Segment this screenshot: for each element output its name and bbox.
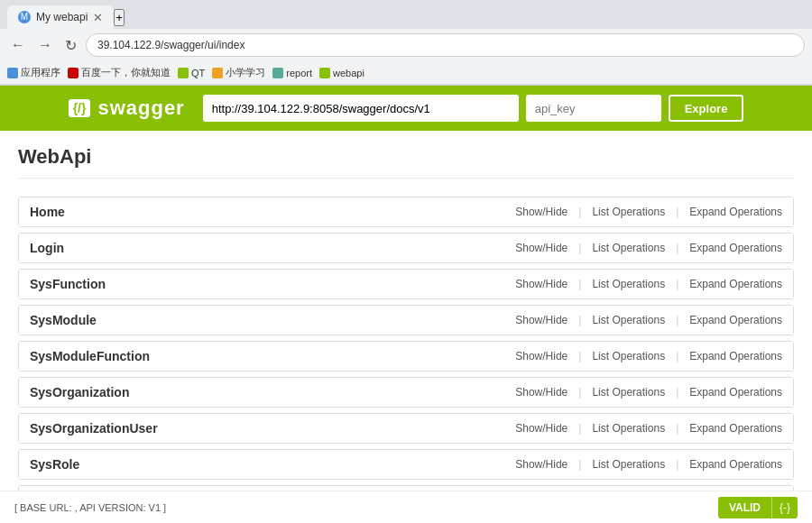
list-operations-link[interactable]: List Operations xyxy=(592,314,665,326)
list-operations-link[interactable]: List Operations xyxy=(592,386,665,399)
bookmark-label: webapi xyxy=(333,68,364,78)
expand-operations-link[interactable]: Expand Operations xyxy=(689,206,782,218)
bookmark-label: QT xyxy=(191,68,205,78)
browser-tab[interactable]: M My webapi ✕ xyxy=(7,5,114,29)
show-hide-link[interactable]: Show/Hide xyxy=(515,314,567,326)
show-hide-link[interactable]: Show/Hide xyxy=(515,422,567,435)
show-hide-link[interactable]: Show/Hide xyxy=(515,458,567,471)
bookmark-icon xyxy=(68,68,78,78)
show-hide-link[interactable]: Show/Hide xyxy=(515,386,567,399)
bookmark-label: 应用程序 xyxy=(21,66,60,79)
api-section-header[interactable]: SysModule Show/Hide | List Operations | … xyxy=(19,306,793,335)
swagger-logo-text: swagger xyxy=(97,96,184,120)
api-section-header[interactable]: Login Show/Hide | List Operations | Expa… xyxy=(19,234,793,262)
refresh-button[interactable]: ↻ xyxy=(61,37,80,54)
api-section: SysModule Show/Hide | List Operations | … xyxy=(18,305,794,335)
api-section-name: SysModuleFunction xyxy=(30,349,515,363)
bookmark-study[interactable]: 小学学习 xyxy=(212,66,265,79)
list-operations-link[interactable]: List Operations xyxy=(592,206,665,218)
api-section-name: SysRole xyxy=(30,457,515,472)
swagger-footer: [ BASE URL: , API VERSION: V1 ] VALID {-… xyxy=(0,491,812,523)
api-section-header[interactable]: SysFunction Show/Hide | List Operations … xyxy=(19,270,793,298)
api-section-header[interactable]: Home Show/Hide | List Operations | Expan… xyxy=(19,197,793,226)
separator: | xyxy=(578,206,581,218)
bookmark-icon xyxy=(7,68,18,78)
api-section-name: Home xyxy=(30,205,515,219)
show-hide-link[interactable]: Show/Hide xyxy=(515,206,567,218)
bookmark-label: report xyxy=(286,68,312,78)
swagger-url-input[interactable] xyxy=(203,95,519,122)
api-sections-list: Home Show/Hide | List Operations | Expan… xyxy=(18,197,794,523)
api-section: SysOrganization Show/Hide | List Operati… xyxy=(18,377,794,408)
list-operations-link[interactable]: List Operations xyxy=(592,278,665,290)
list-operations-link[interactable]: List Operations xyxy=(592,458,665,471)
bookmark-icon xyxy=(178,68,189,78)
bookmark-label: 百度一下，你就知道 xyxy=(81,66,171,79)
api-section-header[interactable]: SysOrganizationUser Show/Hide | List Ope… xyxy=(19,414,793,443)
forward-button[interactable]: → xyxy=(34,37,56,53)
bookmark-qt[interactable]: QT xyxy=(178,68,205,78)
api-section-actions: Show/Hide | List Operations | Expand Ope… xyxy=(515,386,782,399)
address-input[interactable] xyxy=(86,33,805,57)
expand-operations-link[interactable]: Expand Operations xyxy=(689,278,782,290)
back-button[interactable]: ← xyxy=(7,37,29,53)
tab-close-button[interactable]: ✕ xyxy=(93,11,103,24)
api-section-actions: Show/Hide | List Operations | Expand Ope… xyxy=(515,314,782,326)
api-section-header[interactable]: SysModuleFunction Show/Hide | List Opera… xyxy=(19,342,793,371)
bookmark-icon xyxy=(272,68,283,78)
api-section-actions: Show/Hide | List Operations | Expand Ope… xyxy=(515,422,782,435)
list-operations-link[interactable]: List Operations xyxy=(592,422,665,435)
list-operations-link[interactable]: List Operations xyxy=(592,350,665,362)
swagger-logo: {/} swagger xyxy=(69,96,185,120)
expand-operations-link[interactable]: Expand Operations xyxy=(689,422,782,435)
valid-button[interactable]: VALID {-} xyxy=(718,497,798,518)
explore-button[interactable]: Explore xyxy=(669,95,744,122)
bookmark-icon xyxy=(319,68,330,78)
expand-operations-link[interactable]: Expand Operations xyxy=(689,314,782,326)
show-hide-link[interactable]: Show/Hide xyxy=(515,278,567,290)
expand-operations-link[interactable]: Expand Operations xyxy=(689,458,782,471)
bookmark-report[interactable]: report xyxy=(272,68,312,78)
bookmark-apps[interactable]: 应用程序 xyxy=(7,66,60,79)
api-section: Home Show/Hide | List Operations | Expan… xyxy=(18,197,794,227)
api-section-actions: Show/Hide | List Operations | Expand Ope… xyxy=(515,278,782,290)
expand-operations-link[interactable]: Expand Operations xyxy=(689,386,782,399)
tab-bar: M My webapi ✕ + xyxy=(0,0,812,29)
list-operations-link[interactable]: List Operations xyxy=(592,242,665,254)
separator: | xyxy=(578,314,581,326)
api-section-actions: Show/Hide | List Operations | Expand Ope… xyxy=(515,350,782,362)
expand-operations-link[interactable]: Expand Operations xyxy=(689,242,782,254)
separator: | xyxy=(578,422,581,435)
separator: | xyxy=(676,206,678,218)
api-section-name: Login xyxy=(30,241,515,255)
separator: | xyxy=(578,350,581,362)
bookmark-baidu[interactable]: 百度一下，你就知道 xyxy=(68,66,171,79)
separator: | xyxy=(578,458,581,471)
separator: | xyxy=(676,422,678,435)
show-hide-link[interactable]: Show/Hide xyxy=(515,350,567,362)
separator: | xyxy=(676,314,678,326)
separator: | xyxy=(676,386,678,399)
swagger-api-key-input[interactable] xyxy=(526,95,661,122)
api-section-header[interactable]: SysRole Show/Hide | List Operations | Ex… xyxy=(19,450,793,479)
bookmark-webapi[interactable]: webapi xyxy=(319,68,364,78)
show-hide-link[interactable]: Show/Hide xyxy=(515,242,567,254)
footer-base-url: [ BASE URL: , API VERSION: V1 ] xyxy=(14,502,166,513)
valid-label: VALID xyxy=(718,497,771,518)
separator: | xyxy=(578,242,581,254)
page-title: WebApi xyxy=(18,145,794,179)
api-section-header[interactable]: SysOrganization Show/Hide | List Operati… xyxy=(19,378,793,407)
address-bar: ← → ↻ xyxy=(0,29,812,61)
swagger-header: {/} swagger Explore xyxy=(0,86,812,131)
valid-icon: {-} xyxy=(771,497,798,518)
api-section-actions: Show/Hide | List Operations | Expand Ope… xyxy=(515,206,782,218)
separator: | xyxy=(676,458,678,471)
expand-operations-link[interactable]: Expand Operations xyxy=(689,350,782,362)
swagger-form: Explore xyxy=(203,95,744,122)
api-section-actions: Show/Hide | List Operations | Expand Ope… xyxy=(515,242,782,254)
api-section-name: SysFunction xyxy=(30,277,515,291)
api-section: Login Show/Hide | List Operations | Expa… xyxy=(18,233,794,263)
separator: | xyxy=(578,386,581,399)
separator: | xyxy=(676,242,678,254)
new-tab-button[interactable]: + xyxy=(114,9,125,26)
